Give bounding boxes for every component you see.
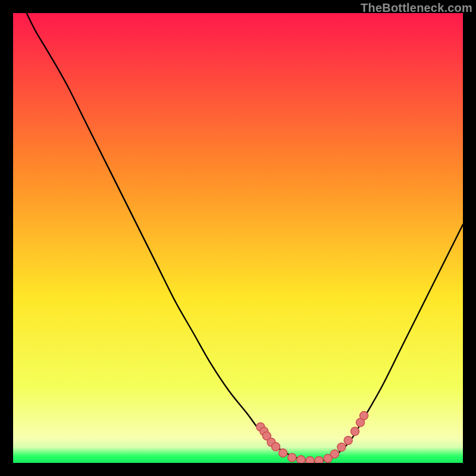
data-point [297,456,305,463]
data-point [272,443,280,451]
data-point [351,427,359,436]
data-point [279,449,287,457]
data-point [337,443,346,452]
data-point [344,436,352,444]
watermark-label: TheBottleneck.com [361,1,472,15]
chart-canvas [13,13,463,463]
gradient-background [13,13,463,463]
data-point [288,453,296,462]
data-point [306,456,314,463]
data-point [315,456,323,463]
data-point [360,412,368,420]
data-point [331,450,339,458]
chart-frame [13,13,463,463]
